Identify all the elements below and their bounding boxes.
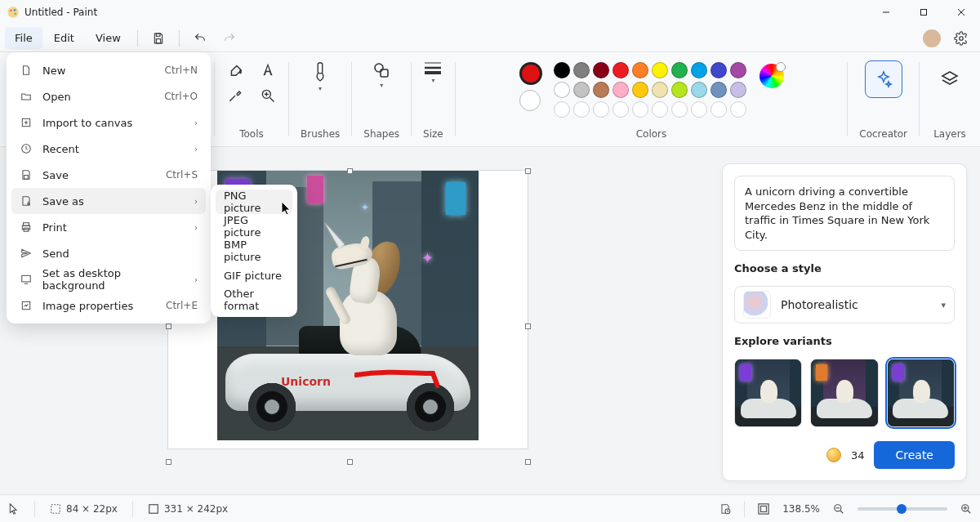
svg-rect-9 <box>156 38 160 42</box>
ribbon-label-tools: Tools <box>239 123 264 140</box>
brushes-dropdown[interactable]: ▾ <box>311 60 329 92</box>
maximize-button[interactable] <box>905 0 942 25</box>
credits-count: 34 <box>851 449 865 462</box>
color-swatch[interactable] <box>612 101 629 118</box>
zoom-slider[interactable] <box>858 507 947 511</box>
settings-button[interactable] <box>947 27 975 50</box>
color-swatch[interactable] <box>554 62 570 78</box>
svg-point-2 <box>14 9 16 11</box>
file-menu-properties[interactable]: Image propertiesCtrl+E <box>11 292 206 319</box>
color-swatch[interactable] <box>691 82 707 98</box>
fill-tool-icon[interactable] <box>226 60 244 78</box>
color-swatch[interactable] <box>671 62 688 78</box>
color-swatch[interactable] <box>573 62 590 78</box>
secondary-color-swatch[interactable] <box>519 90 541 111</box>
ribbon-label-layers: Layers <box>933 123 966 140</box>
file-menu-print[interactable]: Print› <box>11 214 206 240</box>
variant-3[interactable] <box>887 359 955 427</box>
menu-view[interactable]: View <box>86 27 131 49</box>
color-swatch[interactable] <box>554 82 570 98</box>
color-swatch[interactable] <box>652 82 668 98</box>
color-swatch[interactable] <box>593 82 609 98</box>
color-swatch[interactable] <box>671 101 688 118</box>
color-swatch[interactable] <box>632 62 648 78</box>
file-menu-set-bg[interactable]: Set as desktop background› <box>11 266 206 292</box>
color-swatch[interactable] <box>652 62 668 78</box>
save-as-jpeg[interactable]: JPEG picture <box>216 214 292 239</box>
color-swatch[interactable] <box>612 62 629 78</box>
zoom-in-button[interactable] <box>960 503 972 515</box>
menu-edit[interactable]: Edit <box>44 27 84 49</box>
fit-to-window-button[interactable] <box>758 503 769 515</box>
credits-icon <box>826 448 841 462</box>
svg-rect-8 <box>156 33 160 36</box>
color-swatch[interactable] <box>730 101 746 118</box>
save-as-gif[interactable]: GIF picture <box>216 263 292 288</box>
magnifier-tool-icon[interactable] <box>259 87 277 105</box>
close-button[interactable] <box>942 0 980 25</box>
ribbon-label-size: Size <box>423 123 443 140</box>
svg-rect-30 <box>149 504 158 513</box>
user-avatar[interactable] <box>923 29 941 47</box>
title-bar: Untitled - Paint <box>0 0 980 25</box>
size-dropdown[interactable]: ▾ <box>423 60 443 84</box>
undo-button[interactable] <box>186 27 214 50</box>
style-dropdown[interactable]: Photorealistic ▾ <box>734 286 955 323</box>
ribbon-group-tools: Tools <box>215 52 288 146</box>
autosave-indicator[interactable] <box>719 503 731 515</box>
menu-bar: File Edit View <box>0 25 980 52</box>
color-swatch[interactable] <box>632 101 648 118</box>
redo-button[interactable] <box>216 27 243 50</box>
color-swatch[interactable] <box>554 101 570 118</box>
svg-rect-15 <box>318 63 323 74</box>
color-swatch[interactable] <box>593 101 609 118</box>
file-menu-send[interactable]: Send <box>11 240 206 266</box>
shapes-dropdown[interactable]: ▾ <box>372 60 391 89</box>
variant-2[interactable] <box>810 359 878 427</box>
color-swatch[interactable] <box>573 82 590 98</box>
file-menu-save[interactable]: SaveCtrl+S <box>11 162 206 188</box>
color-swatch[interactable] <box>710 101 727 118</box>
separator <box>137 30 138 47</box>
minimize-button[interactable] <box>867 0 905 25</box>
save-quick-button[interactable] <box>145 27 172 50</box>
file-menu-save-as[interactable]: Save as› <box>11 188 206 214</box>
zoom-out-button[interactable] <box>833 503 844 515</box>
color-swatch[interactable] <box>730 62 746 78</box>
color-swatch[interactable] <box>691 62 707 78</box>
color-swatch[interactable] <box>730 82 746 98</box>
color-swatch[interactable] <box>632 82 648 98</box>
color-swatch[interactable] <box>593 62 609 78</box>
create-button[interactable]: Create <box>874 441 955 469</box>
cocreator-button[interactable] <box>865 60 902 98</box>
brush-stroke <box>354 368 439 388</box>
choose-style-label: Choose a style <box>734 262 955 274</box>
style-thumb <box>743 291 771 319</box>
ribbon-group-cocreator: Cocreator <box>848 52 919 146</box>
cocreator-prompt-input[interactable]: A unicorn driving a convertible Mercedes… <box>734 176 955 251</box>
color-swatch[interactable] <box>710 82 727 98</box>
color-swatch[interactable] <box>671 82 688 98</box>
text-tool-icon[interactable] <box>259 60 277 78</box>
color-picker-tool-icon[interactable] <box>226 87 244 105</box>
menu-file[interactable]: File <box>5 27 42 49</box>
color-swatch[interactable] <box>652 101 668 118</box>
svg-line-36 <box>840 510 844 513</box>
edit-colors-button[interactable] <box>760 64 784 88</box>
file-menu-import[interactable]: Import to canvas› <box>11 109 206 136</box>
primary-color-swatch[interactable] <box>519 62 542 85</box>
file-menu-open[interactable]: OpenCtrl+O <box>11 83 206 109</box>
style-name: Photorealistic <box>781 298 931 311</box>
file-menu-recent[interactable]: Recent› <box>11 136 206 162</box>
color-swatch[interactable] <box>710 62 727 78</box>
color-swatch[interactable] <box>612 82 629 98</box>
layers-button[interactable] <box>931 60 969 98</box>
paint-app-icon <box>7 6 20 19</box>
file-menu-new[interactable]: NewCtrl+N <box>11 57 206 83</box>
save-as-bmp[interactable]: BMP picture <box>216 239 292 263</box>
ribbon-label-shapes: Shapes <box>363 123 399 140</box>
save-as-other[interactable]: Other format <box>216 288 292 312</box>
color-swatch[interactable] <box>691 101 707 118</box>
variant-1[interactable] <box>734 359 802 427</box>
color-swatch[interactable] <box>573 101 590 118</box>
